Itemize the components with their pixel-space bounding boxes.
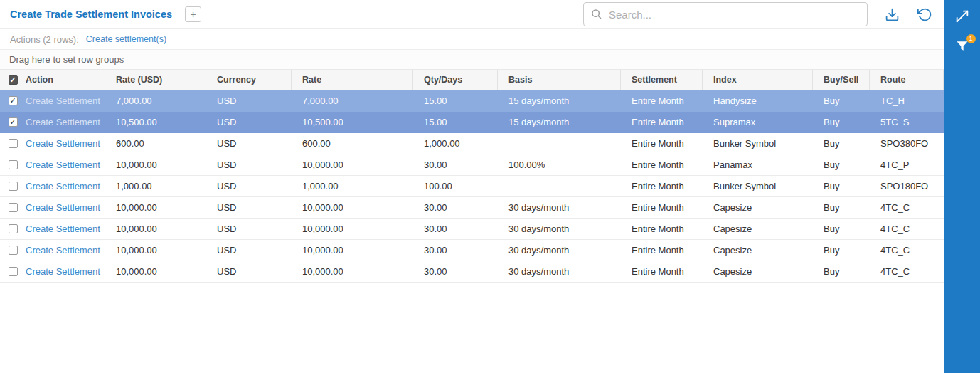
column-header-currency[interactable]: Currency <box>206 70 292 90</box>
cell-route: 4TC_C <box>870 261 944 282</box>
cell-currency: USD <box>206 219 292 239</box>
column-header-index[interactable]: Index <box>703 70 813 90</box>
row-checkbox-cell <box>0 154 26 175</box>
create-settlement-link[interactable]: Create Settlement <box>26 154 105 175</box>
search-box[interactable] <box>583 2 868 26</box>
table-row[interactable]: Create Settlement10,000.00USD10,000.0030… <box>0 197 944 219</box>
download-button[interactable] <box>883 6 900 23</box>
cell-settlement: Entire Month <box>621 176 703 196</box>
column-header-settlement[interactable]: Settlement <box>621 70 703 90</box>
cell-currency: USD <box>206 133 292 154</box>
cell-basis: 30 days/month <box>498 261 621 282</box>
add-button[interactable]: + <box>185 6 201 22</box>
column-header-rate[interactable]: Rate <box>292 70 413 90</box>
table-row[interactable]: Create Settlement10,000.00USD10,000.0030… <box>0 154 944 176</box>
actions-bar: Actions (2 rows): Create settlement(s) <box>0 29 944 50</box>
cell-rate_usd: 10,000.00 <box>105 219 206 239</box>
cell-qty_days: 30.00 <box>413 219 498 239</box>
create-settlements-link[interactable]: Create settlement(s) <box>86 34 166 44</box>
cell-rate_usd: 7,000.00 <box>105 90 206 111</box>
row-checkbox-cell <box>0 176 26 196</box>
chart-icon <box>954 9 970 24</box>
cell-buy_sell: Buy <box>813 154 870 175</box>
table-row[interactable]: Create Settlement10,000.00USD10,000.0030… <box>0 261 944 283</box>
create-settlement-link[interactable]: Create Settlement <box>26 133 105 154</box>
cell-settlement: Entire Month <box>621 219 703 239</box>
cell-rate_usd: 10,000.00 <box>105 197 206 218</box>
select-all-checkbox[interactable] <box>9 75 18 85</box>
cell-qty_days: 30.00 <box>413 197 498 218</box>
row-checkbox[interactable] <box>9 160 18 169</box>
cell-rate_usd: 10,500.00 <box>105 112 206 132</box>
search-input[interactable] <box>607 8 860 21</box>
cell-currency: USD <box>206 176 292 196</box>
cell-currency: USD <box>206 197 292 218</box>
create-settlement-link[interactable]: Create Settlement <box>26 176 105 196</box>
row-checkbox[interactable] <box>9 182 18 191</box>
cell-rate: 10,000.00 <box>292 240 413 261</box>
cell-rate_usd: 10,000.00 <box>105 154 206 175</box>
filter-tool-button[interactable]: 1 <box>953 37 971 56</box>
row-checkbox[interactable] <box>9 203 18 212</box>
column-header-route[interactable]: Route <box>870 70 944 90</box>
cell-buy_sell: Buy <box>813 219 870 239</box>
cell-rate: 10,000.00 <box>292 261 413 282</box>
column-header-buy_sell[interactable]: Buy/Sell <box>813 70 870 90</box>
cell-index: Panamax <box>703 154 813 175</box>
table-row[interactable]: Create Settlement600.00USD600.001,000.00… <box>0 133 944 154</box>
cell-route: 4TC_C <box>870 240 944 261</box>
title-area: Create Trade Settlement Invoices + <box>10 6 201 22</box>
row-checkbox[interactable] <box>9 117 18 127</box>
table-row[interactable]: Create Settlement10,500.00USD10,500.0015… <box>0 112 944 133</box>
table-row[interactable]: Create Settlement7,000.00USD7,000.0015.0… <box>0 90 944 112</box>
column-header-rate_usd[interactable]: Rate (USD) <box>105 70 206 90</box>
undo-button[interactable] <box>916 6 933 23</box>
row-checkbox-cell <box>0 261 26 282</box>
chart-tool-button[interactable] <box>953 7 971 26</box>
create-settlement-link[interactable]: Create Settlement <box>26 90 105 111</box>
column-header-qty_days[interactable]: Qty/Days <box>413 70 498 90</box>
cell-index: Capesize <box>703 197 813 218</box>
create-settlement-link[interactable]: Create Settlement <box>26 240 105 261</box>
table-row[interactable]: Create Settlement10,000.00USD10,000.0030… <box>0 219 944 240</box>
cell-rate: 10,000.00 <box>292 154 413 175</box>
cell-rate_usd: 1,000.00 <box>105 176 206 196</box>
select-all-checkbox-cell <box>0 70 26 90</box>
main-panel: Create Trade Settlement Invoices + <box>0 0 944 373</box>
column-header-basis[interactable]: Basis <box>498 70 621 90</box>
row-checkbox[interactable] <box>9 246 18 255</box>
row-checkbox[interactable] <box>9 139 18 148</box>
row-group-dropzone[interactable]: Drag here to set row groups <box>0 50 944 70</box>
topbar-right <box>583 2 933 26</box>
cell-index: Capesize <box>703 219 813 239</box>
create-settlement-link[interactable]: Create Settlement <box>26 219 105 239</box>
column-header-action[interactable]: Action <box>26 70 105 90</box>
cell-index: Capesize <box>703 240 813 261</box>
cell-qty_days: 100.00 <box>413 176 498 196</box>
cell-settlement: Entire Month <box>621 154 703 175</box>
grid-body: Create Settlement7,000.00USD7,000.0015.0… <box>0 90 944 373</box>
row-checkbox[interactable] <box>9 96 18 105</box>
create-settlement-link[interactable]: Create Settlement <box>26 112 105 132</box>
row-checkbox-cell <box>0 112 26 132</box>
cell-route: 4TC_C <box>870 219 944 239</box>
cell-index: Supramax <box>703 112 813 132</box>
row-checkbox[interactable] <box>9 267 18 276</box>
cell-qty_days: 30.00 <box>413 261 498 282</box>
table-row[interactable]: Create Settlement10,000.00USD10,000.0030… <box>0 240 944 261</box>
create-settlement-link[interactable]: Create Settlement <box>26 197 105 218</box>
row-checkbox[interactable] <box>9 224 18 233</box>
cell-currency: USD <box>206 261 292 282</box>
cell-index: Bunker Symbol <box>703 133 813 154</box>
cell-index: Capesize <box>703 261 813 282</box>
cell-buy_sell: Buy <box>813 197 870 218</box>
cell-qty_days: 15.00 <box>413 90 498 111</box>
cell-buy_sell: Buy <box>813 90 870 111</box>
cell-settlement: Entire Month <box>621 112 703 132</box>
cell-settlement: Entire Month <box>621 261 703 282</box>
table-row[interactable]: Create Settlement1,000.00USD1,000.00100.… <box>0 176 944 197</box>
cell-route: TC_H <box>870 90 944 111</box>
create-settlement-link[interactable]: Create Settlement <box>26 261 105 282</box>
cell-route: 4TC_P <box>870 154 944 175</box>
cell-basis: 15 days/month <box>498 112 621 132</box>
